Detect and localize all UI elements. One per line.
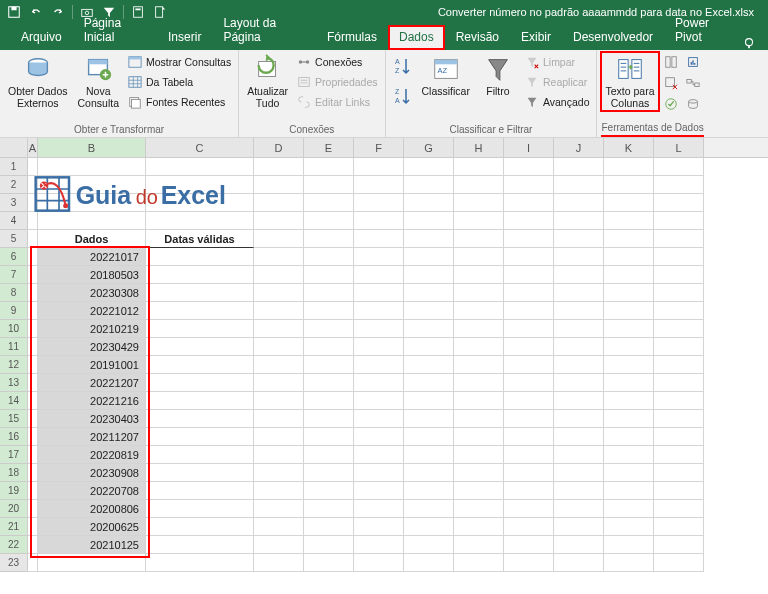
cell[interactable] — [304, 374, 354, 392]
cell[interactable] — [354, 554, 404, 572]
cell[interactable] — [454, 212, 504, 230]
cell[interactable]: 20180503 — [38, 266, 146, 284]
cell[interactable] — [28, 248, 38, 266]
cell[interactable] — [304, 230, 354, 248]
cell[interactable] — [354, 266, 404, 284]
cell[interactable] — [304, 284, 354, 302]
new-query-button[interactable]: Nova Consulta — [74, 52, 123, 111]
cell[interactable] — [454, 248, 504, 266]
cell[interactable] — [304, 410, 354, 428]
tab-insert[interactable]: Inserir — [157, 25, 212, 50]
cell[interactable] — [404, 482, 454, 500]
cell[interactable] — [146, 266, 254, 284]
cell[interactable] — [28, 554, 38, 572]
cell[interactable] — [554, 248, 604, 266]
cell[interactable] — [604, 428, 654, 446]
cell[interactable] — [304, 536, 354, 554]
cell[interactable] — [504, 338, 554, 356]
tab-data[interactable]: Dados — [388, 25, 445, 50]
row-header[interactable]: 4 — [0, 212, 28, 230]
cell[interactable] — [28, 356, 38, 374]
cell[interactable] — [254, 500, 304, 518]
cell[interactable] — [654, 176, 704, 194]
cell[interactable] — [604, 176, 654, 194]
cell[interactable] — [554, 482, 604, 500]
cells-area[interactable]: Guia do Excel DadosDatas válidas20221017… — [28, 158, 704, 572]
clear-filter-button[interactable]: Limpar — [522, 52, 593, 72]
cell[interactable] — [654, 446, 704, 464]
cell[interactable] — [304, 158, 354, 176]
cell[interactable] — [404, 230, 454, 248]
cell[interactable] — [654, 482, 704, 500]
cell[interactable] — [354, 482, 404, 500]
row-header[interactable]: 19 — [0, 482, 28, 500]
col-header[interactable]: H — [454, 138, 504, 157]
cell[interactable] — [504, 428, 554, 446]
cell[interactable] — [354, 158, 404, 176]
cell[interactable] — [28, 230, 38, 248]
cell[interactable] — [554, 392, 604, 410]
cell[interactable]: Dados — [38, 230, 146, 248]
cell[interactable] — [28, 302, 38, 320]
row-header[interactable]: 1 — [0, 158, 28, 176]
cell[interactable] — [604, 392, 654, 410]
cell[interactable] — [304, 212, 354, 230]
cell[interactable] — [146, 374, 254, 392]
cell[interactable] — [654, 158, 704, 176]
cell[interactable] — [504, 248, 554, 266]
cell[interactable] — [354, 338, 404, 356]
cell[interactable] — [454, 374, 504, 392]
data-validation-button[interactable] — [661, 94, 681, 114]
cell[interactable] — [28, 446, 38, 464]
cell[interactable] — [554, 212, 604, 230]
cell[interactable]: 20191001 — [38, 356, 146, 374]
cell[interactable] — [254, 536, 304, 554]
cell[interactable] — [404, 338, 454, 356]
cell[interactable] — [654, 518, 704, 536]
tab-view[interactable]: Exibir — [510, 25, 562, 50]
cell[interactable] — [28, 410, 38, 428]
col-header[interactable]: J — [554, 138, 604, 157]
cell[interactable] — [404, 194, 454, 212]
cell[interactable] — [354, 518, 404, 536]
cell[interactable] — [504, 554, 554, 572]
cell[interactable] — [504, 158, 554, 176]
cell[interactable] — [404, 446, 454, 464]
consolidate-button[interactable] — [683, 52, 703, 72]
cell[interactable] — [454, 446, 504, 464]
cell[interactable] — [354, 356, 404, 374]
cell[interactable] — [304, 338, 354, 356]
col-header[interactable]: F — [354, 138, 404, 157]
cell[interactable] — [254, 428, 304, 446]
cell[interactable] — [604, 464, 654, 482]
cell[interactable] — [604, 500, 654, 518]
cell[interactable] — [454, 302, 504, 320]
cell[interactable]: 20230403 — [38, 410, 146, 428]
save-icon[interactable] — [4, 2, 24, 22]
cell[interactable] — [404, 266, 454, 284]
get-external-data-button[interactable]: Obter Dados Externos — [4, 52, 72, 111]
cell[interactable] — [454, 230, 504, 248]
cell[interactable] — [604, 284, 654, 302]
cell[interactable] — [304, 266, 354, 284]
cell[interactable] — [504, 266, 554, 284]
cell[interactable] — [354, 374, 404, 392]
row-header[interactable]: 16 — [0, 428, 28, 446]
cell[interactable] — [504, 302, 554, 320]
cell[interactable] — [554, 176, 604, 194]
cell[interactable] — [254, 410, 304, 428]
cell[interactable] — [254, 176, 304, 194]
cell[interactable] — [454, 392, 504, 410]
cell[interactable] — [604, 554, 654, 572]
cell[interactable] — [654, 338, 704, 356]
tab-developer[interactable]: Desenvolvedor — [562, 25, 664, 50]
cell[interactable]: Datas válidas — [146, 230, 254, 248]
cell[interactable] — [604, 266, 654, 284]
cell[interactable] — [554, 320, 604, 338]
cell[interactable] — [354, 302, 404, 320]
row-header[interactable]: 8 — [0, 284, 28, 302]
cell[interactable] — [254, 356, 304, 374]
cell[interactable] — [254, 320, 304, 338]
cell[interactable]: 20200806 — [38, 500, 146, 518]
cell[interactable]: 20221012 — [38, 302, 146, 320]
